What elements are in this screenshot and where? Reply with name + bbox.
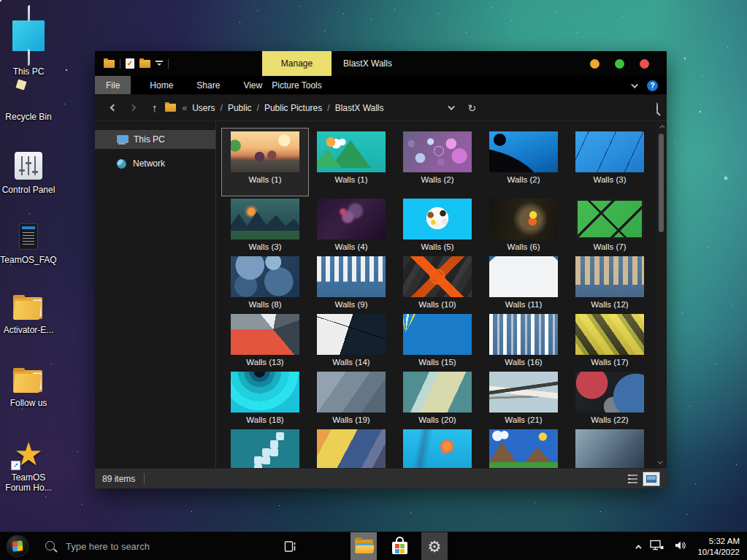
tab-share[interactable]: Share xyxy=(185,76,231,94)
file-item[interactable]: Walls (27) xyxy=(567,426,653,468)
new-folder-icon[interactable] xyxy=(139,60,150,68)
breadcrumb-public-pictures[interactable]: Public Pictures xyxy=(264,103,322,113)
taskbar-clock[interactable]: 5:32 AM 10/14/2022 xyxy=(697,536,740,558)
task-view-button[interactable] xyxy=(283,540,296,556)
file-item[interactable]: Walls (2) xyxy=(480,129,567,196)
scroll-up-icon[interactable] xyxy=(659,125,664,130)
file-item[interactable]: Walls (1) xyxy=(308,129,394,196)
file-item[interactable]: Walls (4) xyxy=(308,196,394,253)
desktop-icon-activator[interactable]: Activator-E... xyxy=(0,295,57,336)
customize-toolbar-dropdown-icon[interactable] xyxy=(156,61,163,66)
up-directory-button[interactable]: ↑ xyxy=(152,101,158,114)
tab-home[interactable]: Home xyxy=(138,76,185,94)
file-item[interactable]: Walls (6) xyxy=(480,196,567,253)
desktop-icon-this-pc[interactable]: This PC xyxy=(0,7,57,77)
file-item[interactable]: Walls (25) xyxy=(394,426,480,468)
large-icons-view-icon[interactable] xyxy=(643,472,659,486)
file-label: Walls (22) xyxy=(591,415,628,424)
checked-page-icon[interactable]: ✓ xyxy=(126,58,134,69)
folder-icon[interactable] xyxy=(104,60,115,68)
file-item[interactable]: Walls (15) xyxy=(394,311,480,369)
back-button[interactable] xyxy=(104,105,123,110)
breadcrumb-blastx-walls[interactable]: BlastX Walls xyxy=(335,103,384,113)
file-thumbnail xyxy=(317,131,386,172)
taskbar-store-button[interactable] xyxy=(386,532,413,560)
manage-ribbon-tab[interactable]: Manage xyxy=(262,51,332,76)
breadcrumb: « Users / Public / Public Pictures / Bla… xyxy=(183,103,384,113)
file-item[interactable]: Walls (9) xyxy=(308,253,394,311)
scrollbar-thumb[interactable] xyxy=(659,134,664,232)
desktop-icon-label: Control Panel xyxy=(0,185,57,196)
start-button[interactable] xyxy=(7,535,28,557)
file-label: Walls (20) xyxy=(418,415,456,424)
file-label: Walls (8) xyxy=(249,300,282,309)
close-button[interactable] xyxy=(640,59,649,69)
minimize-ribbon-chevron-icon[interactable] xyxy=(631,81,638,88)
desktop-icon-label: Follow us xyxy=(0,399,57,409)
desktop-icon-recycle-bin[interactable]: Recycle Bin xyxy=(0,79,57,123)
file-item[interactable]: Walls (26) xyxy=(480,426,567,468)
sidebar-item-network[interactable]: Network xyxy=(95,154,215,173)
file-thumbnail xyxy=(317,314,386,355)
network-icon[interactable] xyxy=(650,540,664,553)
tray-expand-chevron-icon[interactable] xyxy=(636,545,642,551)
file-item[interactable]: Walls (10) xyxy=(394,253,480,311)
file-item[interactable]: Walls (8) xyxy=(222,253,308,311)
file-label: Walls (17) xyxy=(591,358,628,367)
desktop-icon-teamos-forum[interactable]: ★➚ TeamOS Forum Ho... xyxy=(0,438,57,494)
address-dropdown-chevron-icon[interactable] xyxy=(448,103,455,110)
file-explorer-window: ✓ Manage BlastX Walls File Home Share Vi… xyxy=(95,51,667,488)
file-item[interactable]: Walls (13) xyxy=(222,311,308,369)
minimize-button[interactable] xyxy=(590,59,599,69)
file-item[interactable]: Walls (22) xyxy=(567,369,653,426)
tab-picture-tools[interactable]: Picture Tools xyxy=(262,76,332,95)
desktop-icon-follow-us[interactable]: Follow us xyxy=(0,368,57,409)
file-item[interactable]: Walls (12) xyxy=(567,253,653,311)
file-item[interactable]: Walls (7) xyxy=(567,196,653,253)
file-item[interactable]: Walls (23) xyxy=(222,426,308,468)
tab-file[interactable]: File xyxy=(95,76,131,94)
file-label: Walls (6) xyxy=(507,242,540,251)
breadcrumb-prefix[interactable]: « xyxy=(183,103,188,113)
file-thumbnail xyxy=(403,314,472,355)
sidebar-item-this-pc[interactable]: This PC xyxy=(95,130,215,149)
search-icon xyxy=(45,541,55,551)
breadcrumb-users[interactable]: Users xyxy=(192,103,215,113)
vertical-scrollbar[interactable] xyxy=(656,121,667,468)
breadcrumb-public[interactable]: Public xyxy=(228,103,252,113)
forward-button[interactable] xyxy=(123,105,142,110)
search-box[interactable] xyxy=(656,103,658,113)
file-item[interactable]: Walls (2) xyxy=(394,129,480,196)
file-item[interactable]: Walls (3) xyxy=(222,196,308,253)
help-icon[interactable]: ? xyxy=(647,80,658,91)
maximize-button[interactable] xyxy=(615,59,624,69)
file-item[interactable]: Walls (1) xyxy=(222,129,308,196)
file-item[interactable]: Walls (14) xyxy=(308,311,394,369)
details-view-icon[interactable] xyxy=(628,475,637,483)
refresh-icon[interactable]: ↻ xyxy=(468,102,477,114)
quick-access-toolbar: ✓ xyxy=(95,58,169,69)
file-thumbnail xyxy=(231,199,299,239)
file-item[interactable]: Walls (17) xyxy=(567,311,653,369)
file-item[interactable]: Walls (18) xyxy=(222,369,308,426)
file-item[interactable]: Walls (3) xyxy=(567,129,653,196)
shortcut-arrow-icon: ➚ xyxy=(11,461,20,470)
taskbar-search-input[interactable]: Type here to search xyxy=(66,541,150,552)
volume-icon[interactable] xyxy=(674,540,687,554)
desktop-icon-teamos-faq[interactable]: TeamOS_FAQ xyxy=(0,223,57,266)
file-item[interactable]: Walls (16) xyxy=(480,311,567,369)
computer-icon xyxy=(117,135,127,144)
file-item[interactable]: Walls (21) xyxy=(480,369,567,426)
file-list-pane: Walls (1) Walls (1) Walls (2) Walls (2) … xyxy=(216,121,667,468)
file-thumbnail xyxy=(317,199,386,239)
file-item[interactable]: Walls (24) xyxy=(308,426,394,468)
taskbar-file-explorer-button[interactable] xyxy=(350,532,377,560)
file-item[interactable]: Walls (20) xyxy=(394,369,480,426)
scroll-down-icon[interactable] xyxy=(658,459,663,464)
taskbar-settings-button[interactable]: ⚙ xyxy=(421,532,448,560)
file-item[interactable]: Walls (11) xyxy=(480,253,567,311)
file-item[interactable]: Walls (5) xyxy=(394,196,480,253)
title-bar[interactable]: ✓ Manage BlastX Walls xyxy=(95,51,667,76)
desktop-icon-control-panel[interactable]: Control Panel xyxy=(0,152,57,196)
file-item[interactable]: Walls (19) xyxy=(308,369,394,426)
